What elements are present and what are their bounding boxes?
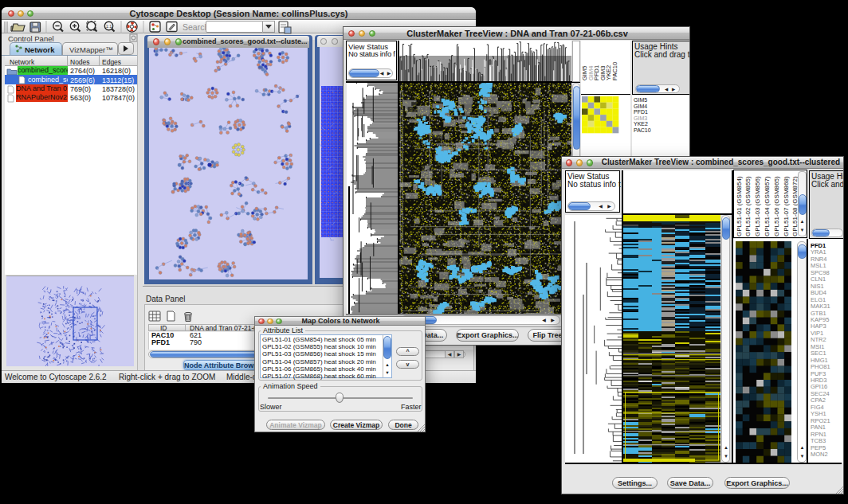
- svg-text:GPL51-03 (GSM856): GPL51-03 (GSM856): [754, 176, 761, 236]
- svg-text:PAC10: PAC10: [611, 62, 618, 80]
- svg-text:GPL51-04 (GSM857): GPL51-04 (GSM857): [764, 176, 771, 236]
- svg-text:GPL51-01 (GSM854): GPL51-01 (GSM854): [736, 176, 743, 236]
- svg-text:GPL51-06 (GSM865): GPL51-06 (GSM865): [773, 176, 780, 236]
- svg-text:GPL51-07 (GSM868): GPL51-07 (GSM868): [783, 176, 790, 236]
- svg-text:1:1: 1:1: [106, 24, 112, 29]
- svg-text:GPL51-02 (GSM855): GPL51-02 (GSM855): [744, 176, 752, 236]
